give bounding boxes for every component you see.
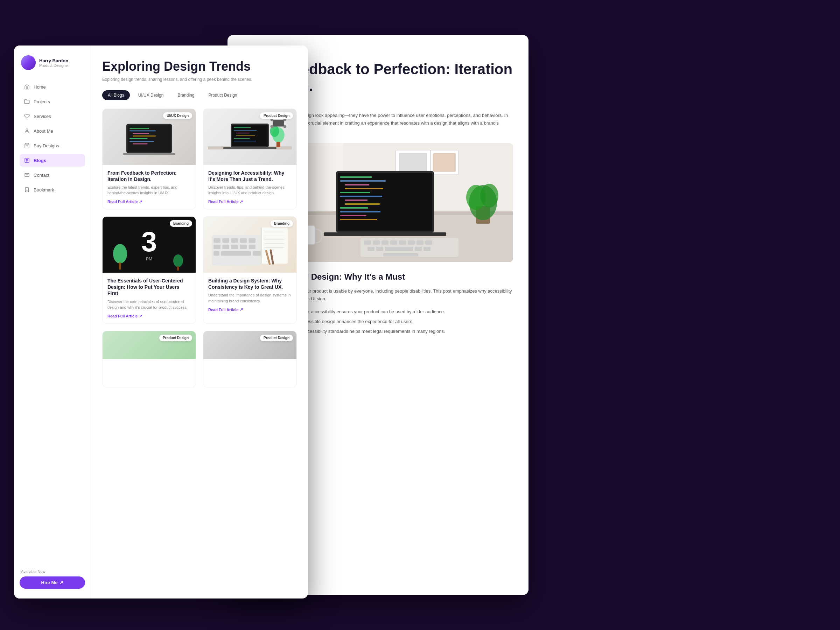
folder-icon (24, 98, 30, 105)
blog-card-1: UI/UX Design From Feedback to Perfection… (102, 109, 196, 209)
blog-card-2: Product Design Designing for Accessibili… (203, 109, 297, 209)
blog-tag-5: Product Design (159, 335, 192, 341)
svg-point-33 (270, 125, 274, 128)
sidebar-item-contact[interactable]: Contact (20, 169, 85, 181)
svg-rect-45 (214, 245, 221, 249)
blog-card-img-4: Branding (203, 217, 297, 273)
read-more-1[interactable]: Read Full Article ↗ (107, 199, 191, 204)
svg-rect-22 (234, 130, 257, 131)
svg-rect-91 (399, 240, 406, 245)
blog-card-4: Branding Building a Design System: Why C… (203, 216, 297, 324)
blog-card-body-2: Designing for Accessibility: Why It's Mo… (203, 165, 297, 209)
tab-product-design[interactable]: Product Design (203, 90, 243, 100)
svg-rect-21 (234, 127, 251, 128)
profile-name: Harry Bardon (39, 58, 69, 63)
svg-rect-88 (373, 240, 380, 245)
svg-rect-16 (123, 153, 175, 155)
svg-point-34 (284, 125, 287, 128)
svg-rect-44 (249, 238, 256, 243)
svg-rect-43 (240, 238, 247, 243)
svg-rect-14 (129, 141, 154, 142)
blog-tag-3: Branding (170, 220, 192, 227)
svg-rect-11 (133, 133, 149, 134)
svg-rect-77 (340, 192, 370, 193)
sidebar-item-about[interactable]: About Me (20, 125, 85, 137)
svg-rect-94 (425, 240, 432, 245)
svg-point-0 (26, 129, 28, 131)
sidebar-item-projects[interactable]: Projects (20, 95, 85, 108)
blog-card-img-6: Product Design (203, 331, 297, 387)
sidebar-projects-label: Projects (33, 99, 50, 104)
svg-rect-49 (249, 245, 256, 249)
avatar (21, 55, 36, 70)
tab-all-blogs[interactable]: All Blogs (102, 90, 130, 100)
blog-card-body-1: From Feedback to Perfection: Iteration i… (103, 165, 196, 209)
blog-grid: UI/UX Design From Feedback to Perfection… (102, 109, 297, 387)
svg-rect-50 (221, 251, 251, 256)
sidebar-buy-label: Buy Designs (33, 143, 59, 148)
sidebar-item-blogs[interactable]: Blogs (20, 154, 85, 167)
page-title: Exploring Design Trends (102, 60, 297, 74)
read-more-2[interactable]: Read Full Article ↗ (208, 199, 292, 204)
svg-rect-95 (368, 247, 374, 251)
svg-rect-51 (214, 251, 219, 256)
blog-card-desc-3: Discover the core principles of user-cen… (107, 299, 191, 311)
blog-card-3: 3 PM (102, 216, 196, 324)
arrow-icon-4: ↗ (240, 307, 243, 312)
blog-card-body-4: Building a Design System: Why Consistenc… (203, 273, 297, 317)
sidebar-home-label: Home (33, 84, 46, 90)
arrow-icon-2: ↗ (240, 199, 243, 204)
sidebar-bookmark-label: Bookmark (33, 187, 54, 193)
main-content: Exploring Design Trends Exploring design… (91, 46, 308, 598)
svg-rect-40 (214, 238, 221, 243)
svg-rect-84 (340, 219, 377, 220)
svg-rect-20 (223, 147, 276, 149)
svg-rect-87 (364, 240, 371, 245)
profile-role: Product Designer (39, 63, 69, 68)
sidebar-item-buy-designs[interactable]: Buy Designs (20, 139, 85, 152)
heart-icon (24, 113, 30, 119)
blog-tag-6: Product Design (260, 335, 293, 341)
svg-point-107 (480, 184, 498, 208)
sidebar-blogs-label: Blogs (33, 158, 46, 163)
svg-point-35 (113, 244, 127, 264)
svg-rect-73 (340, 177, 372, 178)
svg-rect-46 (223, 245, 230, 249)
hire-me-button[interactable]: Hire Me ↗ (20, 576, 85, 589)
svg-rect-82 (340, 211, 381, 212)
svg-point-37 (173, 254, 183, 267)
svg-rect-68 (433, 153, 456, 172)
sidebar-item-home[interactable]: Home (20, 81, 85, 93)
read-more-3[interactable]: Read Full Article ↗ (107, 314, 191, 319)
sidebar-services-label: Services (33, 114, 51, 119)
user-icon (24, 128, 30, 134)
svg-rect-98 (415, 247, 422, 251)
mail-icon (24, 172, 30, 178)
svg-rect-89 (382, 240, 388, 245)
svg-rect-75 (345, 184, 369, 185)
svg-rect-66 (399, 153, 427, 172)
svg-rect-38 (177, 266, 179, 270)
sidebar-item-bookmark[interactable]: Bookmark (20, 183, 85, 196)
page-subtitle: Exploring design trends, sharing lessons… (102, 77, 297, 82)
tab-uiux[interactable]: UI/UX Design (133, 90, 169, 100)
svg-rect-93 (417, 240, 423, 245)
tab-branding[interactable]: Branding (172, 90, 200, 100)
svg-rect-42 (231, 238, 238, 243)
blog-card-6: Product Design (203, 331, 297, 387)
read-more-4[interactable]: Read Full Article ↗ (208, 307, 292, 312)
blog-card-5: Product Design (102, 331, 196, 387)
svg-rect-26 (234, 141, 256, 141)
svg-rect-9 (129, 128, 149, 129)
sidebar-item-services[interactable]: Services (20, 110, 85, 123)
blog-card-img-2: Product Design (203, 109, 297, 165)
svg-rect-80 (345, 203, 380, 205)
blog-tag-1: UI/UX Design (163, 112, 192, 119)
svg-rect-29 (276, 142, 280, 147)
svg-rect-53 (261, 227, 288, 264)
svg-rect-100 (383, 253, 418, 257)
svg-rect-96 (376, 247, 383, 251)
blog-card-body-3: The Essentials of User-Centered Design: … (103, 273, 196, 324)
bag-icon (24, 142, 30, 149)
blog-card-img-3: 3 PM (103, 217, 196, 273)
